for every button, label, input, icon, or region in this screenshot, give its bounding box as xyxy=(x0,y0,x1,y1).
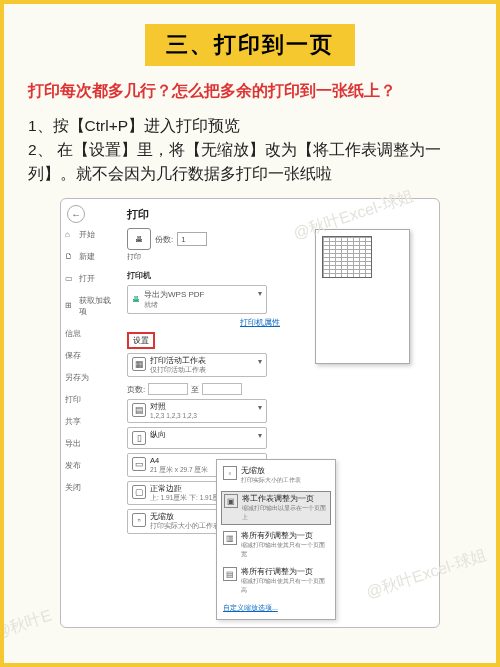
scaling-option-fit-cols[interactable]: ▥ 将所有列调整为一页缩减打印输出使其只有一个页面宽 xyxy=(221,529,331,561)
print-button[interactable]: 🖶 xyxy=(127,228,151,250)
nav-item-print[interactable]: 打印 xyxy=(65,394,117,405)
scale-icon: ▫ xyxy=(132,513,146,527)
nav-item-share[interactable]: 共享 xyxy=(65,416,117,427)
sheet-icon: ▦ xyxy=(132,357,146,371)
scaling-dropdown: ▫ 无缩放打印实际大小的工作表 ▣ 将工作表调整为一页缩减打印输出以显示在一个页… xyxy=(216,459,336,620)
nav-item-addins[interactable]: ⊞获取加载项 xyxy=(65,295,117,317)
watermark: @秋叶E xyxy=(0,605,55,643)
step-text: 1、按【Ctrl+P】进入打印预览 2、 在【设置】里，将【无缩放】改为【将工作… xyxy=(4,114,496,186)
nav-item-save[interactable]: 保存 xyxy=(65,350,117,361)
page-to-input[interactable] xyxy=(202,383,242,395)
scale-rows-icon: ▤ xyxy=(223,567,237,581)
chevron-down-icon: ▾ xyxy=(258,289,262,298)
scale-cols-icon: ▥ xyxy=(223,531,237,545)
print-range-select[interactable]: ▦ 打印活动工作表仅打印活动工作表 ▾ xyxy=(127,353,267,377)
printer-icon: 🖶 xyxy=(132,295,140,304)
app-screenshot: ← ⌂开始 🗋新建 ▭打开 ⊞获取加载项 信息 保存 另存为 打印 共享 导出 … xyxy=(60,198,440,628)
copies-input[interactable]: 1 xyxy=(177,232,207,246)
nav-item-info[interactable]: 信息 xyxy=(65,328,117,339)
orientation-select[interactable]: ▯ 纵向 ▾ xyxy=(127,427,267,449)
print-button-label: 打印 xyxy=(127,252,280,262)
preview-page xyxy=(315,229,410,364)
scale-fit-icon: ▣ xyxy=(224,494,238,508)
collate-select[interactable]: ▤ 对照1,2,3 1,2,3 1,2,3 ▾ xyxy=(127,399,267,423)
preview-content-icon xyxy=(322,236,372,278)
custom-scaling-link[interactable]: 自定义缩放选项... xyxy=(221,601,331,615)
print-heading: 打印 xyxy=(127,207,280,222)
chevron-down-icon: ▾ xyxy=(258,357,262,366)
back-icon[interactable]: ← xyxy=(67,205,85,223)
chevron-down-icon: ▾ xyxy=(258,431,262,440)
nav-item-publish[interactable]: 发布 xyxy=(65,460,117,471)
printer-icon: 🖶 xyxy=(135,235,143,244)
scaling-option-fit-rows[interactable]: ▤ 将所有行调整为一页缩减打印输出使其只有一个页面高 xyxy=(221,565,331,597)
printer-section-label: 打印机 xyxy=(127,270,280,281)
subtitle: 打印每次都多几行？怎么把多余的打印到一张纸上？ xyxy=(4,81,496,102)
page-icon: ▭ xyxy=(132,457,146,471)
margins-icon: ▢ xyxy=(132,485,146,499)
collate-icon: ▤ xyxy=(132,403,146,417)
printer-properties-link[interactable]: 打印机属性 xyxy=(140,318,280,328)
nav-item-export[interactable]: 导出 xyxy=(65,438,117,449)
scale-none-icon: ▫ xyxy=(223,466,237,480)
page-from-input[interactable] xyxy=(148,383,188,395)
nav-item-new[interactable]: 🗋新建 xyxy=(65,251,117,262)
portrait-icon: ▯ xyxy=(132,431,146,445)
printer-select[interactable]: 🖶 导出为WPS PDF 就绪 ▾ xyxy=(127,285,267,314)
settings-highlight: 设置 xyxy=(127,332,155,349)
nav-item-home[interactable]: ⌂开始 xyxy=(65,229,117,240)
nav-item-open[interactable]: ▭打开 xyxy=(65,273,117,284)
chevron-down-icon: ▾ xyxy=(258,403,262,412)
page-range: 页数: 至 xyxy=(127,383,267,395)
nav-item-close[interactable]: 关闭 xyxy=(65,482,117,493)
left-nav: ⌂开始 🗋新建 ▭打开 ⊞获取加载项 信息 保存 另存为 打印 共享 导出 发布… xyxy=(61,199,121,627)
scaling-option-fit-sheet[interactable]: ▣ 将工作表调整为一页缩减打印输出以显示在一个页面上 xyxy=(221,491,331,525)
section-title: 三、打印到一页 xyxy=(145,24,355,66)
copies-label: 份数: xyxy=(155,234,173,245)
scaling-option-none[interactable]: ▫ 无缩放打印实际大小的工作表 xyxy=(221,464,331,487)
nav-item-saveas[interactable]: 另存为 xyxy=(65,372,117,383)
